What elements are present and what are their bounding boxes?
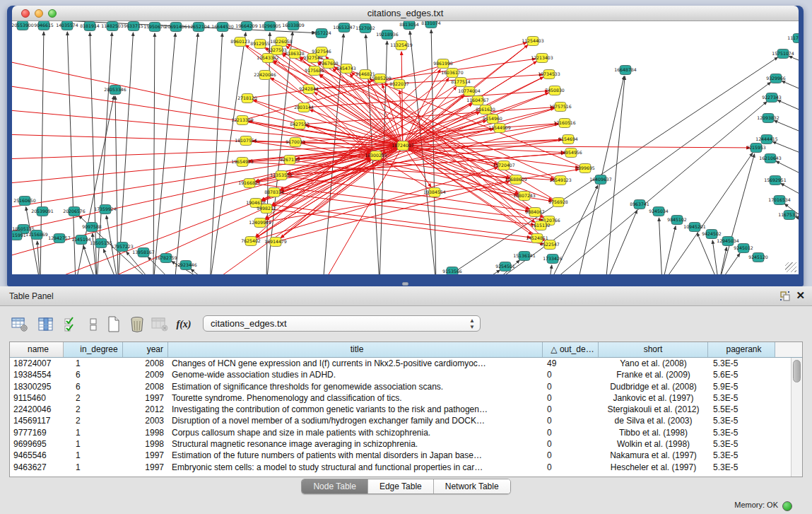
panel-divider-handle[interactable]	[402, 282, 408, 286]
table-cell[interactable]: 5.3E-5	[708, 450, 775, 461]
network-node[interactable]: 16210643	[759, 154, 782, 163]
tab-network-table[interactable]: Network Table	[434, 479, 510, 493]
column-header-6[interactable]: pagerank	[708, 342, 775, 357]
table-cell[interactable]: 9463627	[10, 462, 64, 473]
selected-network-node[interactable]: 7450830	[545, 86, 565, 95]
selected-network-node[interactable]: 9170031	[286, 138, 305, 147]
table-cell[interactable]: Estimation of the future numbers of pati…	[168, 450, 543, 461]
tab-edge-table[interactable]: Edge Table	[368, 479, 434, 493]
citation-network-graph[interactable]: 1872400789601238912955182260589327503105…	[12, 21, 799, 274]
table-row[interactable]: 946362711997Embryonic stem cells: a mode…	[10, 462, 791, 473]
selected-network-node[interactable]: 12213403	[531, 54, 553, 63]
column-header-3[interactable]: title	[168, 342, 543, 357]
table-cell[interactable]: 0	[543, 381, 599, 392]
network-node[interactable]: 12942757	[48, 234, 71, 243]
table-cell[interactable]: 1998	[123, 438, 168, 450]
table-cell[interactable]: 19384554	[10, 369, 64, 380]
selected-network-node[interactable]: 10774004	[458, 87, 481, 96]
edge[interactable]	[697, 233, 719, 274]
table-cell[interactable]: 1	[64, 462, 123, 473]
network-node[interactable]: 11482503	[101, 22, 124, 31]
selected-network-node[interactable]: 8267130	[280, 156, 300, 165]
selected-network-node[interactable]: 11353533	[270, 171, 293, 180]
selected-network-node[interactable]: 9154694	[558, 135, 578, 144]
network-node[interactable]: 8131074	[421, 21, 441, 28]
edge[interactable]	[266, 33, 270, 274]
selected-network-node[interactable]: 11254403	[522, 37, 544, 46]
network-node[interactable]: 16782759	[155, 254, 177, 263]
selected-network-node[interactable]: 9498212	[257, 204, 276, 214]
table-cell[interactable]: Nakamura et al. (1997)	[599, 450, 708, 461]
table-cell[interactable]: 5.3E-5	[708, 358, 775, 369]
selected-network-node[interactable]: 9242844	[299, 85, 319, 94]
selected-network-node[interactable]: 9861998	[433, 59, 453, 69]
network-node[interactable]: 12652104	[187, 23, 210, 32]
table-cell[interactable]: 0	[543, 369, 599, 380]
table-cell[interactable]: 2	[64, 392, 123, 404]
network-node[interactable]: 9245120	[748, 253, 768, 262]
table-row[interactable]: 2242004622012Investigating the contribut…	[10, 404, 791, 415]
table-cell[interactable]: Estimation of significance thresholds fo…	[168, 381, 543, 392]
table-cell[interactable]: 49	[543, 358, 599, 369]
delete-table-button[interactable]	[150, 315, 170, 334]
selected-network-node[interactable]: 8322037	[389, 80, 409, 89]
network-node[interactable]: 10653247	[333, 23, 355, 33]
network-node[interactable]: 9153566	[442, 267, 462, 275]
table-cell[interactable]: Dudbridge et al. (2008)	[599, 381, 708, 392]
network-node[interactable]: 16409637	[589, 175, 612, 185]
network-node[interactable]: 13958167	[132, 248, 155, 257]
edge[interactable]	[76, 96, 114, 274]
edge[interactable]	[175, 33, 198, 274]
network-node[interactable]: 16033809	[282, 21, 305, 30]
selected-network-node[interactable]: 16036170	[441, 69, 464, 78]
selected-edge[interactable]	[281, 175, 529, 211]
selected-network-node[interactable]: 2803144	[294, 103, 314, 112]
table-cell[interactable]: Tourette syndrome. Phenomenology and cla…	[168, 392, 543, 404]
selected-network-node[interactable]: 12160516	[553, 119, 576, 128]
edge[interactable]	[606, 210, 637, 274]
selected-network-node[interactable]: 10688609	[505, 175, 527, 185]
table-cell[interactable]: 22420046	[10, 404, 64, 415]
table-cell[interactable]: 0	[543, 392, 599, 404]
table-cell[interactable]: 0	[543, 462, 599, 473]
selected-network-node[interactable]: 9756928	[548, 198, 568, 207]
table-cell[interactable]: 18300295	[10, 381, 64, 392]
table-row[interactable]: 1872400712008Changes of HCN gene express…	[10, 358, 791, 369]
edge[interactable]	[97, 33, 112, 274]
selected-edge[interactable]	[283, 53, 560, 180]
selected-network-node[interactable]: 22420046	[254, 71, 276, 80]
table-cell[interactable]: 2	[64, 415, 123, 426]
network-node[interactable]: 11675312	[778, 211, 799, 220]
table-cell[interactable]: 5.6E-5	[708, 369, 775, 380]
table-cell[interactable]: Corpus callosum shape and size in male p…	[168, 427, 543, 438]
table-row[interactable]: 969969511998Structural magnetic resonanc…	[10, 438, 791, 450]
table-cell[interactable]: Jankovic et al. (1997)	[599, 392, 708, 404]
network-node[interactable]: 18296905	[259, 22, 281, 31]
table-row[interactable]: 1938455462009Genome-wide association stu…	[10, 369, 791, 380]
edge[interactable]	[662, 153, 753, 274]
edge[interactable]	[659, 218, 662, 274]
edge[interactable]	[772, 141, 799, 156]
table-cell[interactable]: 5.3E-5	[708, 462, 775, 473]
selected-network-node[interactable]: 16914479	[264, 238, 287, 247]
network-node[interactable]: 12923446	[175, 261, 197, 270]
selected-network-node[interactable]: 8960123	[230, 37, 250, 47]
table-cell[interactable]: 6	[64, 369, 123, 380]
network-node[interactable]: 20553900	[12, 21, 34, 30]
table-cell[interactable]: Disruption of a novel member of a sodium…	[168, 415, 543, 426]
selected-network-node[interactable]: 8186328	[285, 49, 305, 59]
column-header-1[interactable]: in_degree	[64, 342, 123, 357]
edge[interactable]	[712, 240, 719, 274]
table-cell[interactable]: 1	[64, 450, 123, 461]
network-node[interactable]: 9845102	[667, 216, 687, 225]
network-node[interactable]: 10945201	[683, 223, 706, 232]
network-node[interactable]: 7857224	[312, 29, 331, 38]
table-selector-dropdown[interactable]: citations_edges.txt ▲▼	[203, 315, 481, 332]
table-row[interactable]: 1830029562008Estimation of significance …	[10, 381, 791, 392]
table-cell[interactable]: de Silva et al. (2003)	[599, 415, 708, 426]
table-cell[interactable]: 5.5E-5	[708, 404, 775, 415]
table-cell[interactable]: 1997	[123, 392, 168, 404]
table-cell[interactable]: 2009	[123, 369, 168, 380]
table-cell[interactable]: Investigating the contribution of common…	[168, 404, 543, 415]
table-cell[interactable]: Wolkin et al. (1998)	[599, 438, 708, 450]
